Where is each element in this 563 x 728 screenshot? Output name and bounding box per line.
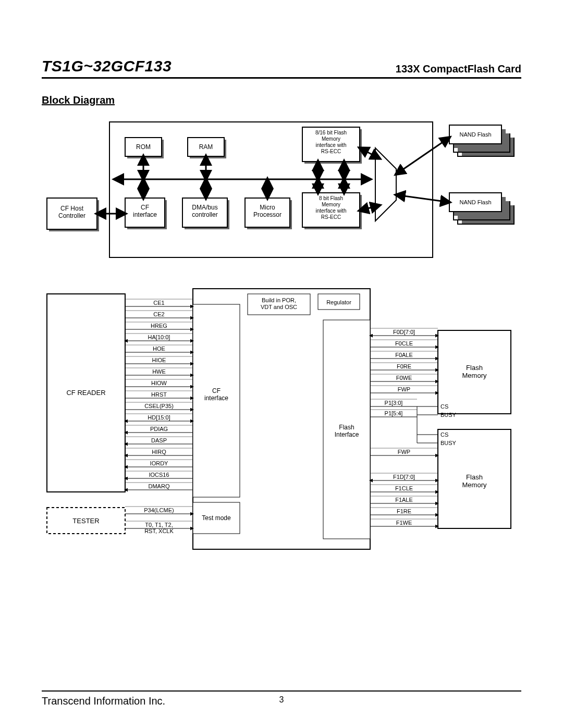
svg-line-49 bbox=[396, 195, 449, 202]
svg-text:F1ALE: F1ALE bbox=[395, 497, 413, 503]
svg-text:F1RE: F1RE bbox=[397, 508, 411, 514]
microprocessor-block: MicroProcessor bbox=[245, 198, 292, 229]
page-footer: Transcend Information Inc. 3 bbox=[42, 695, 521, 707]
nand-flash-stack-2: NAND Flash bbox=[449, 193, 514, 224]
svg-text:NAND Flash: NAND Flash bbox=[459, 199, 491, 205]
svg-text:HWE: HWE bbox=[152, 368, 166, 375]
svg-text:HOE: HOE bbox=[153, 346, 165, 352]
section-title: Block Diagram bbox=[42, 94, 521, 106]
fwp-signal: FWP bbox=[370, 448, 438, 455]
rom-block: ROM bbox=[125, 138, 164, 158]
company-name: Transcend Information Inc. bbox=[42, 695, 165, 707]
svg-text:F0WE: F0WE bbox=[396, 375, 412, 381]
p1-signals: P1[3:0]P1[5:4] bbox=[370, 399, 417, 417]
svg-line-48 bbox=[396, 138, 449, 174]
svg-text:P1[5:4]: P1[5:4] bbox=[385, 410, 403, 416]
ram-block: RAM bbox=[188, 138, 226, 158]
svg-text:CSEL(P35): CSEL(P35) bbox=[144, 403, 174, 409]
svg-text:DASP: DASP bbox=[151, 437, 167, 443]
svg-text:HIOW: HIOW bbox=[151, 380, 167, 386]
svg-text:FWP: FWP bbox=[398, 386, 410, 392]
svg-text:HD[15:0]: HD[15:0] bbox=[148, 414, 170, 421]
svg-text:HA[10:0]: HA[10:0] bbox=[148, 334, 170, 340]
svg-text:DMA/buscontroller: DMA/buscontroller bbox=[192, 204, 217, 218]
svg-text:BUSY: BUSY bbox=[440, 412, 457, 418]
svg-text:F0RE: F0RE bbox=[397, 363, 411, 369]
cf-interface-block: CFinterface bbox=[125, 198, 167, 229]
svg-text:NAND Flash: NAND Flash bbox=[459, 131, 491, 138]
model-number: TS1G~32GCF133 bbox=[42, 57, 172, 75]
svg-text:Build in POR,VDT and OSC: Build in POR,VDT and OSC bbox=[261, 297, 297, 310]
svg-text:Regulator: Regulator bbox=[326, 299, 351, 305]
cf-reader-signals: CE1CE2HREGHA[10:0]HOEHIOEHWEHIOWHRSTCSEL… bbox=[125, 299, 193, 490]
svg-text:IOCS16: IOCS16 bbox=[149, 472, 169, 478]
svg-text:F1D[7:0]: F1D[7:0] bbox=[393, 474, 415, 480]
svg-text:F0ALE: F0ALE bbox=[395, 352, 413, 358]
footer-rule bbox=[42, 690, 521, 692]
page-header: TS1G~32GCF133 133X CompactFlash Card bbox=[42, 57, 521, 79]
svg-text:RAM: RAM bbox=[199, 143, 213, 151]
svg-text:CF HostController: CF HostController bbox=[58, 205, 85, 219]
flash1-signals: F1D[7:0]F1CLEF1ALEF1REF1WE bbox=[370, 473, 438, 526]
svg-text:P34(LCME): P34(LCME) bbox=[144, 507, 174, 513]
dma-controller-block: DMA/buscontroller bbox=[182, 198, 229, 229]
svg-text:CE1: CE1 bbox=[153, 300, 164, 306]
block-diagram-2: CF READER TESTER CFinterface Test mode B… bbox=[42, 283, 521, 554]
svg-text:IORDY: IORDY bbox=[150, 460, 169, 466]
svg-text:F0D[7:0]: F0D[7:0] bbox=[393, 329, 415, 335]
block-diagram-1: CF HostController ROM RAM 8/16 bit Flash… bbox=[42, 117, 521, 263]
svg-text:DMARQ: DMARQ bbox=[149, 483, 170, 489]
svg-text:P1[3:0]: P1[3:0] bbox=[385, 400, 403, 406]
svg-text:HREG: HREG bbox=[151, 323, 167, 329]
svg-text:HRST: HRST bbox=[151, 391, 167, 398]
svg-text:ROM: ROM bbox=[136, 143, 151, 151]
flash-interface-8bit-block: 8 bit FlashMemoryinterface withRS-ECC bbox=[302, 193, 362, 229]
svg-text:HIRQ: HIRQ bbox=[152, 449, 166, 455]
tester-signals: P34(LCME)T0, T1, T2,RST, XCLK bbox=[125, 507, 193, 534]
svg-text:CE2: CE2 bbox=[153, 311, 164, 317]
svg-text:HIOE: HIOE bbox=[152, 357, 166, 363]
svg-text:TESTER: TESTER bbox=[72, 517, 99, 525]
svg-text:PDIAG: PDIAG bbox=[150, 426, 168, 432]
svg-text:Test mode: Test mode bbox=[202, 514, 231, 522]
mux-block bbox=[375, 148, 396, 221]
flash-interface-16bit-block: 8/16 bit FlashMemoryinterface withRS-ECC bbox=[302, 127, 362, 164]
svg-text:F0CLE: F0CLE bbox=[395, 340, 413, 347]
page-number: 3 bbox=[279, 695, 284, 705]
svg-text:T0, T1, T2,RST, XCLK: T0, T1, T2,RST, XCLK bbox=[144, 522, 174, 534]
cf-host-controller-block: CF HostController bbox=[47, 198, 99, 231]
svg-text:CS: CS bbox=[440, 431, 448, 438]
svg-text:CF READER: CF READER bbox=[66, 389, 105, 397]
nand-flash-stack-1: NAND Flash bbox=[449, 125, 514, 156]
svg-text:FWP: FWP bbox=[398, 449, 410, 455]
flash0-signals: F0D[7:0]F0CLEF0ALEF0REF0WEFWP bbox=[370, 328, 438, 393]
svg-text:CS: CS bbox=[440, 403, 448, 410]
product-name: 133X CompactFlash Card bbox=[396, 63, 521, 75]
svg-text:F1WE: F1WE bbox=[396, 520, 412, 526]
svg-text:F1CLE: F1CLE bbox=[395, 485, 413, 491]
svg-text:BUSY: BUSY bbox=[440, 440, 457, 446]
